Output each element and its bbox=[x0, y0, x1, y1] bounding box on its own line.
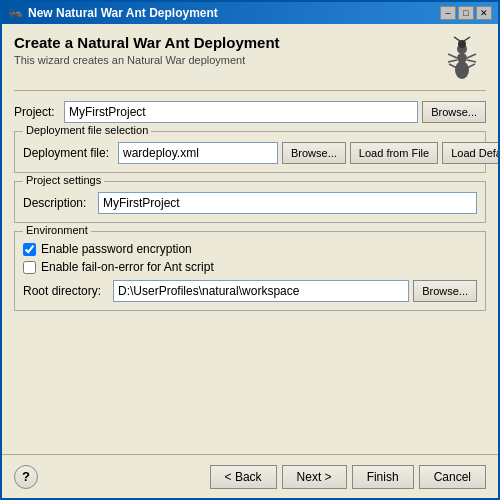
project-settings-group: Project settings Description: bbox=[14, 181, 486, 223]
description-row: Description: bbox=[23, 192, 477, 214]
load-from-file-button[interactable]: Load from File bbox=[350, 142, 438, 164]
svg-point-0 bbox=[455, 61, 469, 79]
deploy-file-row: Deployment file: Browse... Load from Fil… bbox=[23, 142, 477, 164]
root-dir-label: Root directory: bbox=[23, 284, 113, 298]
deployment-file-group: Deployment file selection Deployment fil… bbox=[14, 131, 486, 173]
password-encryption-row: Enable password encryption bbox=[23, 242, 477, 256]
title-bar-controls: – □ ✕ bbox=[440, 6, 492, 20]
svg-point-1 bbox=[457, 53, 467, 63]
fail-on-error-label: Enable fail-on-error for Ant script bbox=[41, 260, 214, 274]
project-settings-content: Description: bbox=[23, 192, 477, 214]
deployment-file-content: Deployment file: Browse... Load from Fil… bbox=[23, 142, 477, 164]
fail-on-error-row: Enable fail-on-error for Ant script bbox=[23, 260, 477, 274]
root-dir-row: Root directory: Browse... bbox=[23, 280, 477, 302]
project-row: Project: Browse... bbox=[14, 101, 486, 123]
cancel-button[interactable]: Cancel bbox=[419, 465, 486, 489]
svg-line-4 bbox=[454, 37, 460, 41]
bottom-bar: ? < Back Next > Finish Cancel bbox=[2, 454, 498, 498]
root-dir-browse-button[interactable]: Browse... bbox=[413, 280, 477, 302]
ant-svg bbox=[438, 34, 486, 82]
deployment-file-legend: Deployment file selection bbox=[23, 124, 151, 136]
project-browse-button[interactable]: Browse... bbox=[422, 101, 486, 123]
help-button[interactable]: ? bbox=[14, 465, 38, 489]
project-input[interactable] bbox=[64, 101, 418, 123]
content-area: Create a Natural War Ant Deployment This… bbox=[2, 24, 498, 454]
svg-line-7 bbox=[448, 60, 457, 62]
environment-content: Enable password encryption Enable fail-o… bbox=[23, 242, 477, 302]
ant-icon bbox=[438, 34, 486, 82]
finish-button[interactable]: Finish bbox=[352, 465, 414, 489]
page-subtitle: This wizard creates an Natural War deplo… bbox=[14, 54, 280, 66]
bottom-right-buttons: < Back Next > Finish Cancel bbox=[210, 465, 486, 489]
header-text: Create a Natural War Ant Deployment This… bbox=[14, 34, 280, 66]
deploy-file-label: Deployment file: bbox=[23, 146, 118, 160]
deploy-file-input[interactable] bbox=[118, 142, 278, 164]
title-bar: 🐜 New Natural War Ant Deployment – □ ✕ bbox=[2, 2, 498, 24]
back-button[interactable]: < Back bbox=[210, 465, 277, 489]
title-bar-left: 🐜 New Natural War Ant Deployment bbox=[8, 6, 218, 20]
environment-group: Environment Enable password encryption E… bbox=[14, 231, 486, 311]
password-encryption-checkbox[interactable] bbox=[23, 243, 36, 256]
deploy-browse-button[interactable]: Browse... bbox=[282, 142, 346, 164]
password-encryption-label: Enable password encryption bbox=[41, 242, 192, 256]
window-title: New Natural War Ant Deployment bbox=[28, 6, 218, 20]
load-defaults-button[interactable]: Load Defaults bbox=[442, 142, 498, 164]
fail-on-error-checkbox[interactable] bbox=[23, 261, 36, 274]
header-section: Create a Natural War Ant Deployment This… bbox=[14, 34, 486, 91]
project-settings-legend: Project settings bbox=[23, 174, 104, 186]
svg-line-9 bbox=[467, 54, 476, 58]
page-title: Create a Natural War Ant Deployment bbox=[14, 34, 280, 51]
svg-line-5 bbox=[464, 37, 470, 41]
minimize-button[interactable]: – bbox=[440, 6, 456, 20]
svg-line-10 bbox=[467, 60, 476, 62]
svg-line-6 bbox=[448, 54, 457, 58]
maximize-button[interactable]: □ bbox=[458, 6, 474, 20]
description-input[interactable] bbox=[98, 192, 477, 214]
environment-legend: Environment bbox=[23, 224, 91, 236]
project-label: Project: bbox=[14, 105, 64, 119]
close-button[interactable]: ✕ bbox=[476, 6, 492, 20]
ant-title-icon: 🐜 bbox=[8, 6, 23, 20]
description-label: Description: bbox=[23, 196, 98, 210]
root-dir-input[interactable] bbox=[113, 280, 409, 302]
main-window: 🐜 New Natural War Ant Deployment – □ ✕ C… bbox=[0, 0, 500, 500]
next-button[interactable]: Next > bbox=[282, 465, 347, 489]
